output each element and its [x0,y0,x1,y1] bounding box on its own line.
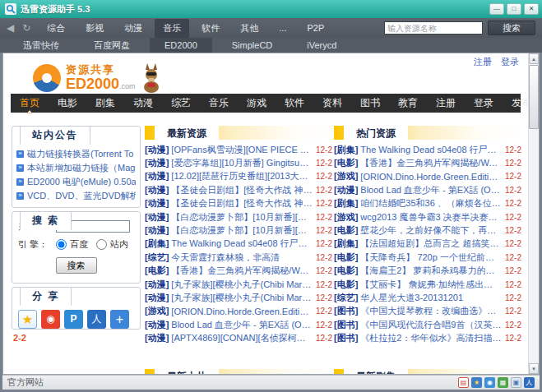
resource-category-tag: [图书] [334,319,358,331]
resource-link[interactable]: 【香港】金三角鸦片军阀揭秘/Warlords of t… [171,265,313,277]
resource-link[interactable]: 【白恋动漫萝卜部】[10月新番][革命机Valvr… [171,211,313,224]
resource-link[interactable]: [丸子家族][樱桃小丸子(Chibi Maruko Chan)]… [171,279,313,291]
resource-link[interactable]: The Walking Dead s04e08 行尸走肉第四季… [171,238,313,250]
sidebar-search-button[interactable]: 搜索 [56,257,97,274]
resource-link[interactable]: 【圣徒会日剧组】[怪奇大作战 神秘档案][0… [171,197,313,210]
engine-radio-site[interactable] [96,239,107,250]
resource-link[interactable]: [ORION.Dino.Horde.Green.Edition-ALI213] [360,172,502,182]
category-tab-软件[interactable]: 软件 [193,19,228,38]
resource-link[interactable]: 咱们结婚吧35和36 、（麻烦各位下载留种）… [360,197,502,210]
resource-link[interactable]: 华人星光大道3-20131201 [360,292,502,304]
nav-item-图书[interactable]: 图书 [351,93,389,113]
category-tab-动漫[interactable]: 动漫 [116,19,151,38]
source-tab-迅雷快传[interactable]: 迅雷快传 [8,38,74,53]
resource-link[interactable]: 【法国超短剧】总而言之 超搞笑，万万没… [360,238,502,250]
resource-link[interactable]: 【白恋动漫萝卜部】[10月新番][革命机Valvr… [171,224,313,237]
close-button[interactable]: ✕ [524,3,539,15]
resource-link[interactable]: 《中国大提琴教程：改编曲选》扫描版[PDF] [360,305,502,317]
nav-item-资料[interactable]: 资料 [313,93,351,113]
resource-link[interactable]: 今天雷霆打森林狼，非高清 [171,251,313,264]
resource-link[interactable]: 《杜拉拉2：华年似水》高清扫描版[PDF] [360,332,502,344]
refresh-icon[interactable]: ↻ [22,22,30,34]
green-app-icon[interactable]: ▦ [498,377,508,388]
nav-item-登录[interactable]: 登录 [465,93,503,113]
scroll-down-icon[interactable]: ▼ [529,363,539,374]
resource-date: 12-2 [316,321,332,330]
resource-row: [电影]【天降奇兵】 720p 一个世纪前的科幻狂想曲12-2 [334,251,521,264]
source-tab-ED2000[interactable]: ED2000 [150,38,212,53]
resource-date: 12-2 [505,145,521,154]
resource-link[interactable]: [APTX4869][CONAN][名侦探柯南 700 逼近… [171,332,313,344]
category-tab-音乐[interactable]: 音乐 [155,19,189,38]
source-tab-百度网盘[interactable]: 百度网盘 [79,38,145,53]
nav-item-软件[interactable]: 软件 [276,93,313,113]
maximize-button[interactable]: □ [507,3,521,15]
minimize-button[interactable]: — [489,3,504,15]
sina-weibo-icon[interactable]: ◉ [41,310,60,329]
resource-link[interactable]: [12.02][琵琶行历史番组][2013大河剧][八重… [171,170,313,182]
hot-resources-list: [剧集]The Walking Dead s04e08 行尸走肉第四季…12-2… [334,143,521,345]
resource-link[interactable]: 【圣徒会日剧组】[怪奇大作战 神秘档案][0… [171,184,313,196]
vertical-scrollbar[interactable]: ▲ ▼ [528,53,539,374]
resource-link[interactable]: 【香港】金三角鸦片军阀揭秘/Warlords of t… [360,157,502,169]
nav-item-教育[interactable]: 教育 [389,93,427,113]
resource-date: 12-2 [316,253,332,262]
resource-link[interactable]: [丸子家族][樱桃小丸子(Chibi Maruko Chan)]… [171,292,313,304]
resource-link[interactable]: 【艾丽卡】 詹妮弗·加纳性感出演 720p [360,279,502,291]
source-tab-SimpleCD[interactable]: SimpleCD [217,38,288,53]
scroll-up-icon[interactable]: ▲ [529,53,539,64]
resource-link[interactable]: [ORION.Dino.Horde.Green.Edition-ALI213] [171,307,313,316]
source-tab-iVerycd[interactable]: iVerycd [292,38,351,53]
hot-resources-column: 热门资源 [剧集]The Walking Dead s04e08 行尸走肉第四季… [334,126,521,345]
resource-link[interactable]: Blood Lad 血意少年 - 第EX話 (OVA) (BD 7… [171,319,313,331]
nav-item-综艺[interactable]: 综艺 [162,93,200,113]
resource-row: [剧集]咱们结婚吧35和36 、（麻烦各位下载留种）…12-2 [334,197,521,210]
favorites-star-icon[interactable]: ★ [471,377,482,388]
status-bar: 官方网站 ▤★◉▦▣人 [2,375,540,390]
resource-search-input[interactable] [384,21,483,35]
resource-link[interactable]: wcg2013 魔兽争霸3 决赛半决赛三四名比赛 [360,211,502,224]
announcement-link[interactable]: ED2000 电驴(eMule) 0.50a 提… [27,176,136,188]
resource-row: [游戏][ORION.Dino.Horde.Green.Edition-ALI2… [334,170,521,183]
nav-item-游戏[interactable]: 游戏 [238,93,276,113]
resource-category-tag: [电影] [334,157,358,169]
resource-category-tag: [游戏] [145,305,169,317]
nav-item-音乐[interactable]: 音乐 [200,93,238,113]
qq-favorites-icon[interactable]: ★ [18,310,37,329]
resource-link[interactable]: 【海扁王2】 萝莉和杀鸡暴力的组合 [360,265,502,277]
resource-link[interactable]: [OPFans枫雪动漫][ONE PIECE 海贼王][第… [171,144,313,156]
back-icon[interactable]: ◀ [7,22,14,34]
category-tab-其他[interactable]: 其他 [232,19,266,38]
engine-radio-baidu[interactable] [56,239,67,250]
more-share-icon[interactable]: + [110,310,129,329]
resource-link[interactable]: [爱恋字幕组][10月新番] Gingitsune 银狐 第… [171,157,313,169]
search-button[interactable]: 搜索 [488,21,535,35]
logo-emblem-icon [33,64,61,92]
category-tab-P2P[interactable]: P2P [299,20,332,36]
history-icon[interactable]: ◉ [484,377,495,388]
announcement-link[interactable]: 磁力链接转换器(Torrent To Mag… [27,148,136,160]
nav-item-动漫[interactable]: 动漫 [124,93,162,113]
category-tab-影视[interactable]: 影视 [77,19,112,38]
resource-link[interactable]: 壁花少年，之前好像不能下，再试一次，sor… [360,224,502,237]
nav-item-电影[interactable]: 电影 [49,93,86,113]
announcement-link[interactable]: VCD、DVD、蓝光DVD解析度… [27,190,136,202]
nav-item-首页[interactable]: 首页 [11,93,49,113]
resource-link[interactable]: The Walking Dead s04e08 行尸走肉第四季… [360,144,502,156]
renren-icon[interactable]: 人 [87,310,106,329]
resource-link[interactable]: 【天降奇兵】 720p 一个世纪前的科幻狂想曲 [360,251,502,264]
resource-link[interactable]: Blood Lad 血意少年 - 第EX話 (OVA) (BD 7… [360,184,502,196]
category-tab-...[interactable]: ... [271,20,294,36]
grid-app-icon[interactable]: ▣ [511,377,521,388]
report-icon[interactable]: ▤ [458,377,469,388]
register-link[interactable]: 注册 [474,57,492,67]
baidu-share-icon[interactable]: P [64,310,83,329]
renren-tray-icon[interactable]: 人 [524,377,535,388]
nav-item-注册[interactable]: 注册 [427,93,465,113]
category-tab-综合[interactable]: 综合 [39,19,73,38]
nav-item-剧集[interactable]: 剧集 [86,93,124,113]
resource-link[interactable]: 《中国风现代流行合唱9首（汉英对照）》… [360,319,502,331]
login-link[interactable]: 登录 [501,57,519,67]
announcement-link[interactable]: 本站新增加磁力链接（Magnet… [27,162,136,174]
scrollbar-thumb[interactable] [529,65,539,129]
